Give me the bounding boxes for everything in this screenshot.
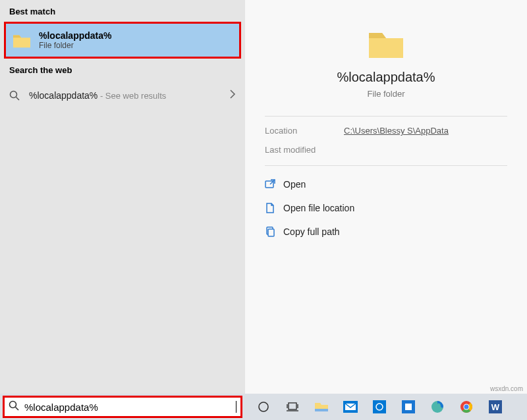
location-row: Location C:\Users\Blessy S\AppData	[245, 117, 527, 136]
svg-point-5	[10, 402, 16, 408]
best-match-title: %localappdata%	[39, 30, 111, 41]
chevron-right-icon	[229, 90, 236, 101]
search-box-highlight	[0, 394, 245, 420]
file-location-icon	[265, 203, 283, 213]
svg-rect-14	[373, 400, 386, 413]
app-icon-square[interactable]	[401, 399, 416, 415]
search-web-header: Search the web	[0, 59, 245, 80]
action-open-label: Open	[283, 179, 306, 190]
modified-row: Last modified	[245, 136, 527, 165]
svg-point-23	[464, 405, 469, 409]
svg-line-6	[16, 407, 19, 411]
svg-rect-8	[289, 403, 296, 409]
preview-title: %localappdata%	[337, 70, 435, 85]
search-icon	[9, 400, 19, 413]
modified-label: Last modified	[265, 145, 344, 155]
best-match-subtitle: File folder	[39, 41, 111, 50]
preview-panel: %localappdata% File folder Location C:\U…	[245, 0, 527, 394]
watermark: wsxdn.com	[490, 385, 523, 392]
best-match-item[interactable]: %localappdata% File folder	[6, 24, 239, 57]
svg-point-7	[259, 402, 268, 411]
svg-point-0	[11, 91, 17, 97]
app-icon-blue[interactable]	[372, 399, 387, 415]
svg-text:W: W	[491, 402, 500, 412]
taskbar: W	[0, 394, 527, 420]
svg-rect-4	[268, 229, 274, 236]
svg-line-1	[16, 97, 20, 100]
web-suffix: - See web results	[97, 91, 166, 101]
search-input[interactable]	[24, 402, 236, 413]
location-label: Location	[265, 126, 344, 136]
svg-rect-17	[405, 404, 412, 410]
folder-icon-large	[366, 26, 406, 61]
action-open-location-label: Open file location	[283, 203, 354, 213]
action-copy-path-label: Copy full path	[283, 226, 340, 237]
web-query: %localappdata%	[29, 90, 97, 101]
edge-icon[interactable]	[430, 399, 445, 415]
mail-icon[interactable]	[343, 399, 358, 415]
cortana-icon[interactable]	[256, 399, 271, 415]
folder-icon	[11, 31, 32, 49]
results-panel: Best match %localappdata% File folder Se…	[0, 0, 245, 394]
file-explorer-icon[interactable]	[314, 399, 329, 415]
action-open[interactable]: Open	[265, 172, 507, 196]
action-copy-path[interactable]: Copy full path	[265, 220, 507, 244]
chrome-icon[interactable]	[458, 399, 474, 415]
preview-subtitle: File folder	[367, 89, 404, 99]
search-box[interactable]	[3, 396, 242, 418]
task-view-icon[interactable]	[285, 399, 300, 415]
svg-rect-12	[315, 409, 328, 411]
action-open-location[interactable]: Open file location	[265, 196, 507, 220]
web-result-item[interactable]: %localappdata% - See web results	[0, 83, 245, 107]
search-icon	[9, 90, 29, 101]
open-icon	[265, 179, 283, 190]
best-match-highlight: %localappdata% File folder	[4, 22, 241, 59]
best-match-header: Best match	[0, 0, 245, 22]
word-icon[interactable]: W	[487, 399, 503, 415]
copy-icon	[265, 226, 283, 237]
location-value[interactable]: C:\Users\Blessy S\AppData	[344, 126, 449, 136]
